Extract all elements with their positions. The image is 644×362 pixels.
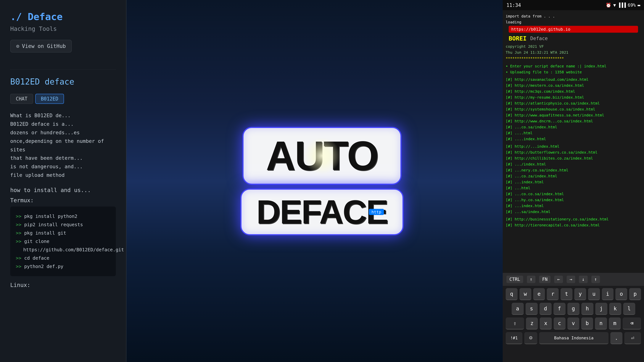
term-url-25: [#] http://tieronecapital.co.sa/index.ht… bbox=[506, 222, 641, 228]
key-n[interactable]: n bbox=[595, 318, 607, 330]
key-e[interactable]: e bbox=[533, 288, 545, 300]
key-p[interactable]: p bbox=[629, 288, 641, 300]
key-row-3: ⇧ z x c v b n m ⌫ bbox=[506, 318, 641, 330]
borei-subtitle: Deface bbox=[530, 36, 548, 41]
section-title: B012ED deface bbox=[10, 77, 116, 86]
key-k[interactable]: k bbox=[609, 303, 621, 315]
key-q[interactable]: q bbox=[506, 288, 518, 300]
key-shift[interactable]: ⇧ bbox=[506, 318, 524, 330]
key-w[interactable]: w bbox=[520, 288, 531, 300]
code-line-6: >> cd deface bbox=[16, 254, 110, 262]
term-url-8: [#] http://www.dncrm...co.sa/index.html bbox=[506, 118, 641, 124]
right-panel: 11:34 ⏰ ▼ ▐▐▐ 69% ▬ import data from . .… bbox=[503, 0, 644, 362]
key-x[interactable]: x bbox=[540, 318, 552, 330]
repo-title: ./ Deface bbox=[10, 11, 116, 22]
battery-icon: ▬ bbox=[638, 2, 640, 8]
key-u[interactable]: u bbox=[588, 288, 600, 300]
key-t[interactable]: t bbox=[560, 288, 572, 300]
down-arrow[interactable]: ↓ bbox=[579, 276, 588, 283]
github-button-label: View on GitHub bbox=[22, 43, 66, 49]
tab-b012ed[interactable]: B012ED bbox=[35, 94, 64, 104]
term-url-18: [#] ...index.html bbox=[506, 179, 641, 185]
key-d[interactable]: d bbox=[540, 303, 552, 315]
key-l[interactable]: l bbox=[623, 303, 635, 315]
left-panel: ./ Deface Hacking Tools ⊙ View on GitHub… bbox=[0, 0, 126, 362]
code-line-2: >> pip2 install requests bbox=[16, 220, 110, 229]
key-r[interactable]: r bbox=[547, 288, 559, 300]
key-a[interactable]: a bbox=[512, 303, 524, 315]
key-i[interactable]: i bbox=[602, 288, 614, 300]
ctrl-key[interactable]: CTRL bbox=[506, 276, 523, 283]
terminal: import data from . . . loading https://b… bbox=[503, 10, 644, 273]
term-url-1: [#] http://savanacloud.com/index.html bbox=[506, 76, 641, 82]
term-url-4: [#] http://my-resume.biz/index.html bbox=[506, 94, 641, 100]
code-line-1: >> pkg install python2 bbox=[16, 212, 110, 220]
status-bar: 11:34 ⏰ ▼ ▐▐▐ 69% ▬ bbox=[503, 0, 644, 10]
key-s[interactable]: s bbox=[526, 303, 538, 315]
key-language[interactable]: Bahasa Indonesia bbox=[539, 332, 608, 344]
desc-line-6: is not dangerous, and... bbox=[10, 162, 116, 171]
http-badge-text: http bbox=[372, 210, 381, 214]
desc-line-4: once,depending on the number of sites bbox=[10, 137, 116, 154]
key-j[interactable]: j bbox=[595, 303, 608, 315]
term-url-6: [#] http://systemshouse.co.sa/index.html bbox=[506, 106, 641, 112]
term-prompt1: • Enter your script deface name :| index… bbox=[506, 63, 641, 69]
term-url-23: [#] ...sa/index.html bbox=[506, 209, 641, 215]
term-url-24: [#] http://businessstationery.co.sa/inde… bbox=[506, 216, 641, 222]
key-y[interactable]: y bbox=[574, 288, 586, 300]
status-time: 11:34 bbox=[506, 2, 521, 8]
term-url-15: [#] .../index.html bbox=[506, 161, 641, 167]
term-url-10: [#] ....html bbox=[506, 130, 641, 136]
term-spacer bbox=[506, 61, 641, 63]
key-emoji[interactable]: ☺ bbox=[524, 332, 537, 344]
key-g[interactable]: g bbox=[568, 303, 580, 315]
fn-key[interactable]: FN bbox=[539, 276, 550, 283]
signal-icon: ▐▐▐ bbox=[618, 2, 626, 8]
keyboard-toolbar: CTRL ⇑ FN ← → ↓ ↑ bbox=[503, 273, 644, 286]
battery-level: 69% bbox=[628, 2, 636, 8]
key-backspace[interactable]: ⌫ bbox=[622, 318, 641, 330]
term-stars: ************************** bbox=[506, 55, 641, 61]
term-url-22: [#] ...index.html bbox=[506, 203, 641, 209]
url-text: https://b012ed.github.io bbox=[511, 27, 570, 31]
term-url-17: [#] ...co.za/index.html bbox=[506, 173, 641, 179]
term-url-9: [#] ...co.sa/index.html bbox=[506, 124, 641, 130]
key-period[interactable]: . bbox=[610, 332, 622, 344]
desc-line-5: that have been determ... bbox=[10, 154, 116, 162]
tab-row: CHAT B012ED bbox=[10, 94, 116, 104]
desc-line-2: B012ED deface is a... bbox=[10, 120, 116, 128]
tab-chat[interactable]: CHAT bbox=[10, 94, 33, 104]
description: What is B012ED de... B012ED deface is a.… bbox=[10, 111, 116, 179]
repo-subtitle: Hacking Tools bbox=[10, 25, 116, 32]
install-title: how to install and us... bbox=[10, 187, 116, 193]
key-o[interactable]: o bbox=[615, 288, 627, 300]
key-z[interactable]: z bbox=[526, 318, 538, 330]
term-url-5: [#] http://atlanticphysio.co.sa/index.ht… bbox=[506, 100, 641, 106]
term-url-3: [#] http://mc3qs.com/index.html bbox=[506, 88, 641, 94]
term-copyright: copyright 2021 VF bbox=[506, 43, 641, 49]
key-m[interactable]: m bbox=[609, 318, 621, 330]
term-url-12: [#] http://...index.html bbox=[506, 143, 641, 149]
term-url-20: [#] ...co.co.sa/index.html bbox=[506, 191, 641, 197]
term-url-14: [#] http://chillibites.co.za/index.html bbox=[506, 155, 641, 161]
term-loading: loading bbox=[506, 19, 641, 25]
up-arrow[interactable]: ↑ bbox=[592, 276, 600, 283]
key-row-1: q w e r t y u i o p bbox=[506, 288, 641, 300]
right-arrow[interactable]: → bbox=[567, 276, 575, 283]
term-prompt2: • Uploading file to : 1358 website bbox=[506, 69, 641, 75]
github-button[interactable]: ⊙ View on GitHub bbox=[10, 40, 72, 52]
key-b[interactable]: b bbox=[581, 318, 593, 330]
borei-header: BOREI Deface bbox=[506, 33, 641, 43]
key-row-2: a s d f g h j k l bbox=[506, 303, 641, 315]
key-numbers[interactable]: !#1 bbox=[506, 332, 522, 344]
key-h[interactable]: h bbox=[581, 303, 594, 315]
shift-key[interactable]: ⇑ bbox=[527, 276, 536, 283]
code-line-3: >> pkg install git bbox=[16, 229, 110, 237]
key-return[interactable]: ⏎ bbox=[624, 332, 641, 344]
center-overlay: AUTO DEFACE http bbox=[240, 127, 404, 235]
key-f[interactable]: f bbox=[554, 303, 566, 315]
key-c[interactable]: c bbox=[554, 318, 566, 330]
term-import: import data from . . . bbox=[506, 13, 641, 19]
key-v[interactable]: v bbox=[568, 318, 579, 330]
left-arrow[interactable]: ← bbox=[554, 276, 563, 283]
